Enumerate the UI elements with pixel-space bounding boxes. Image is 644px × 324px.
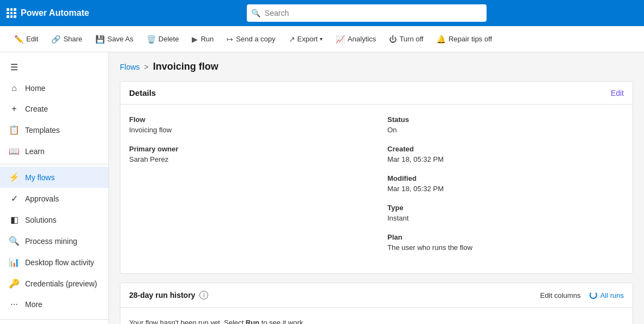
run-history-header: 28-day run history i Edit columns All ru… — [120, 283, 633, 308]
detail-flow: Flow Invoicing flow — [129, 115, 366, 134]
details-card-body: Flow Invoicing flow Primary owner Sarah … — [120, 105, 633, 273]
edit-columns-link[interactable]: Edit columns — [540, 291, 580, 299]
type-value: Instant — [387, 214, 624, 222]
search-bar[interactable]: 🔍 — [247, 4, 487, 22]
process-mining-icon: 🔍 — [9, 236, 20, 246]
sidebar-item-process-mining[interactable]: 🔍 Process mining — [0, 230, 108, 252]
main-content: Flows > Invoicing flow Details Edit Flow… — [109, 52, 644, 324]
sidebar-item-desktop-flow-activity[interactable]: 📊 Desktop flow activity — [0, 252, 108, 273]
refresh-icon — [590, 291, 597, 299]
sidebar-item-credentials[interactable]: 🔑 Credentials (preview) — [0, 273, 108, 294]
sidebar-item-solutions[interactable]: ◧ Solutions — [0, 209, 108, 230]
save-as-button[interactable]: 💾 Save As — [90, 32, 139, 47]
sidebar-item-learn[interactable]: 📖 Learn — [0, 140, 108, 162]
action-toolbar: ✏️ Edit 🔗 Share 💾 Save As 🗑️ Delete ▶ Ru… — [0, 26, 644, 52]
create-icon: + — [9, 104, 20, 114]
type-label: Type — [387, 204, 624, 212]
delete-button[interactable]: 🗑️ Delete — [141, 32, 185, 47]
share-button[interactable]: 🔗 Share — [46, 32, 88, 47]
sidebar-main-nav: ☰ ⌂ Home + Create 📋 Templates 📖 Learn ⚡ … — [0, 52, 108, 319]
learn-icon: 📖 — [9, 146, 20, 156]
edit-icon: ✏️ — [14, 35, 23, 44]
top-navigation-bar: Power Automate 🔍 — [0, 0, 644, 26]
share-icon: 🔗 — [51, 35, 60, 44]
run-history-empty-suffix: to see it work. — [259, 319, 305, 324]
analytics-button[interactable]: 📈 Analytics — [330, 32, 381, 47]
save-icon: 💾 — [95, 35, 105, 44]
export-chevron-icon: ▾ — [320, 36, 323, 42]
turn-off-button[interactable]: ⏻ Turn off — [384, 32, 429, 47]
status-value: On — [387, 126, 624, 134]
modified-value: Mar 18, 05:32 PM — [387, 185, 624, 193]
flow-value: Invoicing flow — [129, 126, 366, 134]
my-flows-icon: ⚡ — [9, 172, 20, 182]
details-edit-link[interactable]: Edit — [611, 89, 624, 97]
sidebar-menu-toggle[interactable]: ☰ — [0, 57, 108, 78]
sidebar: ☰ ⌂ Home + Create 📋 Templates 📖 Learn ⚡ … — [0, 52, 109, 324]
sidebar-item-create[interactable]: + Create — [0, 99, 108, 119]
send-copy-icon: ↦ — [227, 35, 233, 44]
more-icon: ··· — [9, 299, 20, 309]
sidebar-item-approvals[interactable]: ✓ Approvals — [0, 188, 108, 209]
info-icon[interactable]: i — [199, 291, 208, 299]
run-history-body: Your flow hasn't been run yet. Select Ru… — [120, 308, 633, 324]
sidebar-item-my-flows[interactable]: ⚡ My flows — [0, 167, 108, 188]
flow-label: Flow — [129, 115, 366, 124]
export-button[interactable]: ↗ Export ▾ — [283, 32, 329, 47]
analytics-icon: 📈 — [336, 35, 345, 44]
desktop-flow-icon: 📊 — [9, 257, 20, 267]
run-history-run-keyword: Run — [246, 319, 259, 324]
details-card: Details Edit Flow Invoicing flow Primary… — [120, 81, 633, 274]
breadcrumb-flows-link[interactable]: Flows — [120, 63, 140, 71]
sidebar-item-power-platform[interactable]: ⬡ Power Platform — [0, 320, 108, 324]
status-label: Status — [387, 115, 624, 124]
plan-label: Plan — [387, 233, 624, 241]
primary-owner-value: Sarah Perez — [129, 155, 366, 163]
credentials-icon: 🔑 — [9, 278, 20, 289]
created-value: Mar 18, 05:32 PM — [387, 155, 624, 163]
details-card-title: Details — [129, 88, 156, 97]
app-body: ☰ ⌂ Home + Create 📋 Templates 📖 Learn ⚡ … — [0, 52, 644, 324]
bell-icon: 🔔 — [436, 35, 446, 44]
run-history-title: 28-day run history — [129, 291, 195, 299]
search-icon: 🔍 — [251, 9, 260, 17]
primary-owner-label: Primary owner — [129, 145, 366, 153]
home-icon: ⌂ — [9, 83, 20, 93]
export-icon: ↗ — [289, 35, 295, 44]
send-copy-button[interactable]: ↦ Send a copy — [221, 32, 281, 47]
detail-status: Status On — [387, 115, 624, 134]
sidebar-bottom-nav: ⬡ Power Platform — [0, 319, 108, 324]
app-name: Power Automate — [21, 8, 89, 18]
sidebar-item-more[interactable]: ··· More — [0, 294, 108, 315]
breadcrumb-current: Invoicing flow — [153, 61, 218, 72]
solutions-icon: ◧ — [9, 215, 20, 225]
modified-label: Modified — [387, 174, 624, 182]
sidebar-item-templates[interactable]: 📋 Templates — [0, 119, 108, 140]
edit-button[interactable]: ✏️ Edit — [9, 32, 44, 47]
detail-modified: Modified Mar 18, 05:32 PM — [387, 174, 624, 193]
created-label: Created — [387, 145, 624, 153]
sidebar-item-home[interactable]: ⌂ Home — [0, 78, 108, 99]
details-right-column: Status On Created Mar 18, 05:32 PM Modif… — [387, 115, 624, 262]
hamburger-icon: ☰ — [9, 62, 20, 72]
run-history-title-group: 28-day run history i — [129, 291, 208, 299]
power-icon: ⏻ — [389, 35, 397, 44]
delete-icon: 🗑️ — [147, 35, 156, 44]
plan-value: The user who runs the flow — [387, 243, 624, 252]
run-button[interactable]: ▶ Run — [186, 32, 219, 47]
grid-icon — [7, 8, 16, 18]
detail-created: Created Mar 18, 05:32 PM — [387, 145, 624, 163]
details-card-header: Details Edit — [120, 82, 633, 105]
approvals-icon: ✓ — [9, 193, 20, 204]
sidebar-divider — [0, 164, 108, 164]
templates-icon: 📋 — [9, 125, 20, 135]
repair-tips-button[interactable]: 🔔 Repair tips off — [431, 32, 497, 47]
detail-primary-owner: Primary owner Sarah Perez — [129, 145, 366, 163]
search-input[interactable] — [247, 4, 487, 22]
run-icon: ▶ — [192, 35, 198, 44]
all-runs-link[interactable]: All runs — [590, 291, 624, 299]
breadcrumb-separator: > — [144, 63, 149, 71]
run-history-card: 28-day run history i Edit columns All ru… — [120, 283, 633, 324]
detail-type: Type Instant — [387, 204, 624, 222]
details-left-column: Flow Invoicing flow Primary owner Sarah … — [129, 115, 366, 262]
